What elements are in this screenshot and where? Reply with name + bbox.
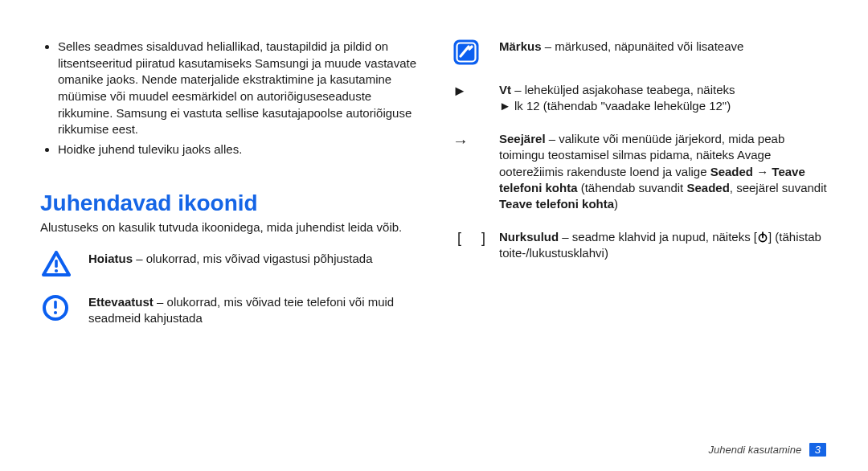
row-see: ► Vt – leheküljed asjakohase teabega, nä… [451,82,828,115]
page-number: 3 [809,443,826,457]
brackets-text: Nurksulud – seadme klahvid ja nupud, näi… [499,229,828,262]
column-right: Märkus – märkused, näpunäited või lisate… [451,39,828,463]
warning-icon [40,251,88,278]
row-caution: Ettevaatust – olukorrad, mis võivad teie… [40,294,417,327]
power-icon [757,231,768,243]
footer-text: Juhendi kasutamine [709,444,802,456]
row-note: Märkus – märkused, näpunäited või lisate… [451,39,828,66]
brackets-icon: [ ] [451,229,499,245]
column-left: Selles seadmes sisalduvad heliallikad, t… [40,39,417,463]
row-sequence: → Seejärel – valikute või menüüde järjek… [451,131,828,213]
play-icon: ► [451,82,499,98]
warning-text: Hoiatus – olukorrad, mis võivad vigastus… [88,251,417,267]
list-item: Hoidke juhend tuleviku jaoks alles. [58,141,417,158]
svg-point-1 [55,268,58,272]
note-icon [451,39,499,66]
caution-icon [40,294,88,322]
section-heading: Juhendavad ikoonid [40,190,417,216]
caution-text: Ettevaatust – olukorrad, mis võivad teie… [88,294,417,327]
page-content: Selles seadmes sisalduvad heliallikad, t… [0,0,868,471]
section-intro: Alustuseks on kasulik tutvuda ikoonidega… [40,219,417,236]
row-brackets: [ ] Nurksulud – seadme klahvid ja nupud,… [451,229,828,262]
svg-rect-0 [55,260,58,268]
arrow-icon: → [451,131,499,149]
see-text: Vt – leheküljed asjakohase teabega, näit… [499,82,828,115]
svg-rect-3 [54,301,57,309]
svg-point-4 [54,310,57,313]
page-footer: Juhendi kasutamine 3 [709,443,827,457]
note-list: Selles seadmes sisalduvad heliallikad, t… [40,39,417,162]
note-text: Märkus – märkused, näpunäited või lisate… [499,39,828,55]
sequence-text: Seejärel – valikute või menüüde järjekor… [499,131,828,213]
list-item: Selles seadmes sisalduvad heliallikad, t… [58,39,417,138]
row-warning: Hoiatus – olukorrad, mis võivad vigastus… [40,251,417,278]
